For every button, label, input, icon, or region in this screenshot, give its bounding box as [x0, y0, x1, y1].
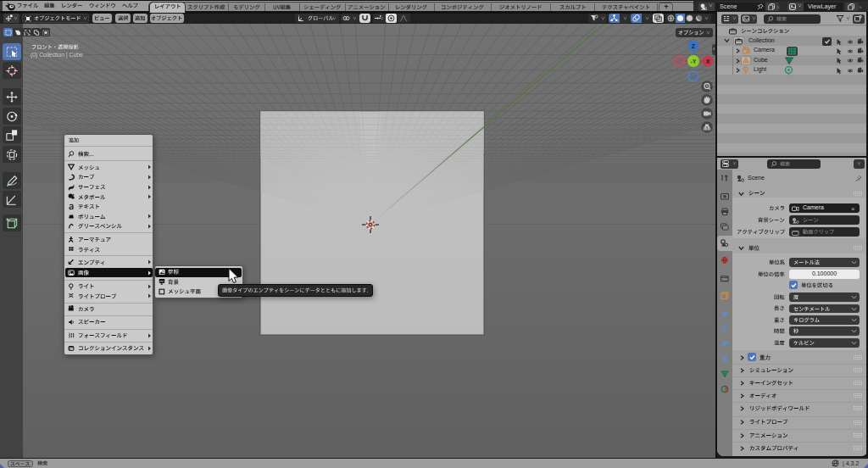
svg-text:-Y: -Y	[691, 58, 697, 64]
svg-text:Z: Z	[692, 43, 696, 49]
svg-text:X: X	[706, 58, 710, 64]
